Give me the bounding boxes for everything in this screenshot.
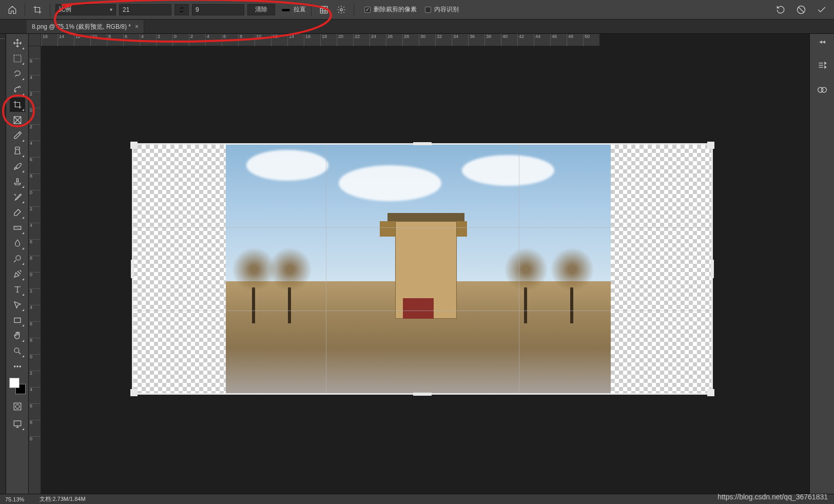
- clone-stamp-tool[interactable]: [10, 175, 25, 189]
- shape-tool[interactable]: [10, 313, 25, 327]
- history-brush-tool[interactable]: [10, 190, 25, 204]
- crop-handle-left[interactable]: [131, 260, 134, 278]
- crop-handle-bottom-left[interactable]: [130, 389, 138, 396]
- crop-handle-top[interactable]: [413, 142, 432, 145]
- healing-brush-tool[interactable]: [10, 144, 25, 158]
- marquee-tool[interactable]: [10, 51, 25, 66]
- ruler-tick: 2: [29, 288, 41, 305]
- crop-border: [132, 143, 713, 395]
- document-tab[interactable]: 8.png @ 75.1% (裁剪预览, RGB/8) * ×: [27, 20, 144, 33]
- hand-tool[interactable]: [10, 328, 25, 343]
- type-tool[interactable]: [10, 282, 25, 297]
- crop-height-value: 9: [196, 6, 199, 13]
- ruler-tick: 12: [74, 34, 90, 46]
- ruler-tick: 46: [550, 34, 567, 46]
- vertical-ruler[interactable]: 6 4 2 0 2 4 6 8 0 2 4 6 8 0 2 4 6: [29, 46, 41, 494]
- swap-width-height-button[interactable]: [174, 4, 189, 15]
- screen-mode-icon[interactable]: [10, 417, 25, 431]
- commit-crop-icon[interactable]: [814, 3, 829, 17]
- edit-toolbar-icon[interactable]: [10, 359, 25, 374]
- clear-label: 清除: [255, 5, 267, 14]
- cancel-crop-icon[interactable]: [794, 3, 808, 17]
- adjustments-panel-icon[interactable]: [814, 82, 830, 98]
- crop-tool-indicator-icon[interactable]: [30, 3, 45, 17]
- ruler-tick: 4: [140, 34, 156, 46]
- straighten-button[interactable]: 拉直: [281, 5, 306, 14]
- zoom-level[interactable]: 75.13%: [5, 496, 24, 502]
- ruler-tick: 6: [29, 239, 41, 256]
- ruler-tick: 14: [287, 34, 304, 46]
- aspect-preset-select[interactable]: 比例 ▾: [55, 4, 116, 15]
- commit-actions: [773, 3, 829, 17]
- ruler-tick: 8: [29, 173, 41, 190]
- gradient-tool[interactable]: [10, 221, 25, 235]
- eraser-tool[interactable]: [10, 205, 25, 220]
- expand-dots-icon[interactable]: ⋯: [0, 36, 6, 42]
- aspect-preset-label: 比例: [59, 5, 71, 14]
- svg-rect-14: [14, 403, 21, 410]
- panels-strip: ◂◂: [809, 34, 834, 494]
- svg-point-18: [821, 87, 826, 92]
- clear-aspect-button[interactable]: 清除: [247, 4, 275, 15]
- properties-panel-icon[interactable]: [814, 57, 830, 73]
- crop-tool[interactable]: [10, 98, 25, 112]
- dodge-tool[interactable]: [10, 251, 25, 266]
- crop-handle-bottom-right[interactable]: [707, 389, 714, 396]
- color-swatches[interactable]: [9, 378, 26, 394]
- ruler-tick: 26: [386, 34, 402, 46]
- pen-tool[interactable]: [10, 267, 25, 281]
- crop-box[interactable]: [133, 145, 711, 393]
- reset-crop-icon[interactable]: [773, 3, 788, 17]
- blur-tool[interactable]: [10, 236, 25, 250]
- svg-point-10: [14, 348, 19, 353]
- ruler-tick: 0: [29, 272, 41, 288]
- svg-point-11: [14, 366, 15, 367]
- close-tab-icon[interactable]: ×: [135, 23, 139, 30]
- path-select-tool[interactable]: [10, 298, 25, 312]
- ruler-tick: 6: [123, 34, 140, 46]
- ruler-tick: 6: [29, 321, 41, 338]
- ruler-tick: 12: [271, 34, 287, 46]
- crop-height-input[interactable]: 9: [192, 4, 244, 15]
- ruler-corner: [29, 34, 41, 46]
- move-tool[interactable]: [10, 36, 25, 50]
- ruler-tick: 0: [29, 354, 41, 371]
- ruler-tick: 34: [452, 34, 468, 46]
- document-tab-title: 8.png @ 75.1% (裁剪预览, RGB/8) *: [32, 23, 131, 31]
- ruler-tick: 10: [255, 34, 271, 46]
- zoom-tool[interactable]: [10, 344, 25, 358]
- delete-cropped-label: 删除裁剪的像素: [374, 5, 417, 14]
- crop-handle-bottom[interactable]: [413, 393, 432, 396]
- quick-select-tool[interactable]: [10, 82, 25, 96]
- svg-point-13: [20, 366, 21, 367]
- ruler-tick: 24: [370, 34, 386, 46]
- overlay-grid-icon[interactable]: [317, 3, 331, 17]
- crop-handle-right[interactable]: [711, 260, 714, 278]
- ruler-tick: 2: [189, 34, 205, 46]
- home-icon[interactable]: [5, 3, 20, 17]
- ruler-tick: 2: [29, 124, 41, 141]
- ruler-tick: 14: [57, 34, 74, 46]
- crop-handle-top-left[interactable]: [130, 142, 138, 149]
- frame-tool[interactable]: [10, 113, 25, 127]
- content-aware-checkbox[interactable]: 内容识别: [425, 5, 459, 14]
- ruler-tick: 44: [534, 34, 550, 46]
- eyedropper-tool[interactable]: [10, 128, 25, 143]
- lasso-tool[interactable]: [10, 67, 25, 81]
- ruler-tick: 6: [29, 403, 41, 420]
- foreground-swatch[interactable]: [9, 378, 20, 388]
- brush-tool[interactable]: [10, 159, 25, 173]
- expand-panels-icon[interactable]: ◂◂: [819, 38, 825, 48]
- ruler-tick: 50: [583, 34, 599, 46]
- canvas-stage[interactable]: [41, 46, 809, 494]
- crop-handle-top-right[interactable]: [707, 142, 714, 149]
- crop-width-input[interactable]: 21: [119, 4, 171, 15]
- gear-icon[interactable]: [334, 3, 348, 17]
- ruler-tick: 6: [222, 34, 238, 46]
- delete-cropped-checkbox[interactable]: ✓ 删除裁剪的像素: [364, 5, 417, 14]
- quick-mask-icon[interactable]: [10, 399, 25, 414]
- horizontal-ruler[interactable]: 16 14 12 10 8 6 4 2 0 2 4 6 8 10 12 14 1: [41, 34, 599, 46]
- ruler-tick: 2: [29, 91, 41, 108]
- canvas-container: 16 14 12 10 8 6 4 2 0 2 4 6 8 10 12 14 1: [29, 34, 809, 494]
- ruler-tick: 16: [304, 34, 320, 46]
